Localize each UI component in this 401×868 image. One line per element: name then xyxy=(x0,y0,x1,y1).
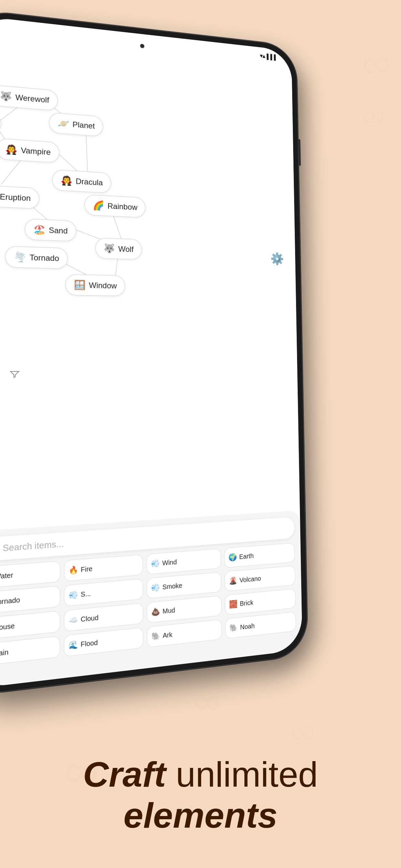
tagline-rest: unlimited xyxy=(166,754,318,794)
node-wolf[interactable]: 🐺 Wolf xyxy=(95,238,142,260)
tagline-bold: Craft xyxy=(83,754,166,794)
connection-lines xyxy=(0,35,297,386)
power-button xyxy=(298,139,301,166)
item-earth[interactable]: 🌍 Earth xyxy=(224,542,295,568)
node-eruption[interactable]: 🌋 Eruption xyxy=(0,184,40,209)
tagline-section: Craft unlimited elements xyxy=(0,754,401,836)
item-mud[interactable]: 💩 Mud xyxy=(147,595,222,623)
item-rain[interactable]: 🌧️ Rain xyxy=(0,636,60,666)
node-tornado[interactable]: 🌪️ Tornado xyxy=(5,246,68,269)
node-window[interactable]: 🪟 Window xyxy=(65,274,125,297)
phone-device: ▾▴ ▌▌▌ xyxy=(0,9,308,696)
signal-bars: ▌▌▌ xyxy=(267,53,278,61)
phone-screen: ▾▴ ▌▌▌ xyxy=(0,16,303,689)
tagline-line2: elements xyxy=(26,795,375,836)
node-vampire[interactable]: 🧛 Vampire xyxy=(0,138,59,163)
node-werewolf[interactable]: 🐺 Werewolf xyxy=(0,85,58,111)
items-panel: 🔍 Search items... 💧 Water 🔥 Fire xyxy=(0,510,303,689)
node-planet[interactable]: 🪐 Planet xyxy=(49,112,103,137)
node-rainbow[interactable]: 🌈 Rainbow xyxy=(84,194,146,218)
wifi-icon: ▾▴ xyxy=(260,53,265,60)
item-volcano[interactable]: 🌋 Volcano xyxy=(224,565,296,592)
search-input[interactable]: Search items... xyxy=(3,538,64,554)
camera xyxy=(140,43,145,49)
node-dust[interactable]: Dust xyxy=(0,112,2,134)
filter-button[interactable] xyxy=(6,366,23,382)
item-wind[interactable]: 💨 Wind xyxy=(146,548,221,575)
item-s[interactable]: 💨 S... xyxy=(64,578,143,607)
item-ark[interactable]: 🐘 Ark xyxy=(147,619,222,648)
item-brick[interactable]: 🧱 Brick xyxy=(225,588,296,616)
item-tornado[interactable]: 🌪️ Tornado xyxy=(0,585,60,615)
svg-line-10 xyxy=(86,131,88,172)
items-grid: 💧 Water 🔥 Fire 💨 Wind 🌍 Earth xyxy=(0,542,297,667)
tagline-line1: Craft unlimited xyxy=(26,754,375,795)
item-smoke[interactable]: 💨 Smoke xyxy=(147,571,221,599)
node-dracula[interactable]: 🧛 Dracula xyxy=(52,169,112,193)
item-water[interactable]: 💧 Water xyxy=(0,561,60,589)
item-cloud[interactable]: ☁️ Cloud xyxy=(64,602,143,631)
node-sand[interactable]: 🏖️ Sand xyxy=(25,218,76,242)
item-noah[interactable]: 🐘 Noah xyxy=(225,611,297,639)
item-fire[interactable]: 🔥 Fire xyxy=(64,554,143,582)
craft-canvas[interactable]: 🐺 Werewolf Dust 🪐 Planet 🧛 Vampire 🧛 Dra xyxy=(0,35,297,386)
gear-icon[interactable]: ⚙️ xyxy=(270,252,284,266)
item-flood[interactable]: 🌊 Flood xyxy=(64,627,143,657)
